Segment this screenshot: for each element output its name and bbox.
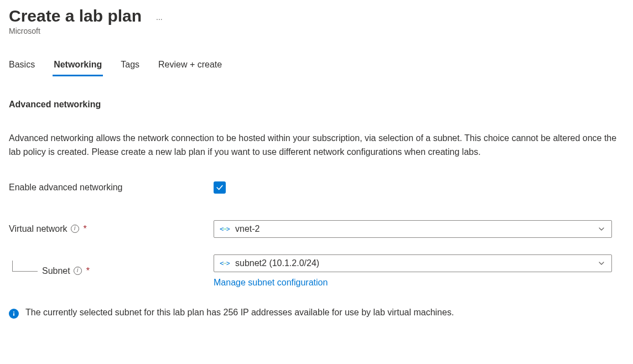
- manage-subnet-configuration-link[interactable]: Manage subnet configuration: [214, 278, 612, 288]
- svg-text:<: <: [220, 260, 224, 267]
- create-lab-plan-page: Create a lab plan ··· Microsoft Basics N…: [0, 0, 633, 335]
- subnet-dropdown[interactable]: < > subnet2 (10.1.2.0/24): [214, 254, 612, 272]
- field-virtual-network: < > vnet-2: [214, 220, 612, 238]
- svg-text:>: >: [226, 226, 230, 232]
- chevron-down-icon: [597, 259, 606, 268]
- svg-text:>: >: [226, 260, 230, 267]
- enable-label-text: Enable advanced networking: [9, 183, 122, 193]
- subnet-info-text: The currently selected subnet for this l…: [25, 308, 454, 318]
- tab-review-create[interactable]: Review + create: [158, 54, 222, 76]
- section-heading: Advanced networking: [9, 100, 624, 110]
- svg-text:<: <: [220, 226, 224, 232]
- tab-tags[interactable]: Tags: [121, 54, 139, 76]
- virtual-network-label-text: Virtual network: [9, 224, 68, 234]
- info-icon[interactable]: i: [71, 225, 79, 233]
- field-enable-advanced-networking: [214, 181, 612, 194]
- label-subnet: Subnet i *: [9, 266, 214, 276]
- tab-basics[interactable]: Basics: [9, 54, 35, 76]
- enable-advanced-networking-checkbox[interactable]: [214, 181, 226, 194]
- more-actions-button[interactable]: ···: [156, 9, 163, 23]
- wizard-tabs: Basics Networking Tags Review + create: [9, 54, 624, 76]
- label-enable-advanced-networking: Enable advanced networking: [9, 183, 214, 193]
- label-virtual-network: Virtual network i *: [9, 224, 214, 234]
- checkmark-icon: [216, 184, 224, 191]
- row-virtual-network: Virtual network i * < > vnet-2: [9, 220, 624, 238]
- subnet-info-banner: The currently selected subnet for this l…: [9, 308, 624, 319]
- virtual-network-dropdown[interactable]: < > vnet-2: [214, 220, 612, 238]
- virtual-network-value: vnet-2: [235, 224, 592, 234]
- subnet-label-text: Subnet: [42, 266, 70, 276]
- svg-point-5: [224, 263, 225, 264]
- info-icon[interactable]: i: [74, 267, 82, 275]
- svg-point-8: [13, 311, 14, 313]
- subnet-value: subnet2 (10.1.2.0/24): [235, 258, 592, 268]
- page-header: Create a lab plan ···: [9, 7, 624, 25]
- field-subnet: < > subnet2 (10.1.2.0/24) Manage subnet …: [214, 254, 612, 288]
- chevron-down-icon: [597, 225, 606, 233]
- required-icon: *: [84, 224, 87, 234]
- required-icon: *: [86, 266, 90, 276]
- svg-rect-9: [13, 313, 14, 316]
- svg-point-1: [224, 228, 225, 230]
- subnet-icon: < >: [220, 259, 230, 267]
- page-title: Create a lab plan: [9, 7, 142, 25]
- tree-indent-icon: [12, 261, 38, 272]
- section-description: Advanced networking allows the network c…: [9, 132, 620, 159]
- tab-networking[interactable]: Networking: [54, 54, 102, 76]
- row-enable-advanced-networking: Enable advanced networking: [9, 181, 624, 194]
- info-badge-icon: [9, 309, 19, 319]
- page-subtitle: Microsoft: [9, 27, 624, 35]
- vnet-icon: < >: [220, 225, 230, 233]
- row-subnet: Subnet i * < > subnet2 (10.1.2.0/24): [9, 254, 624, 288]
